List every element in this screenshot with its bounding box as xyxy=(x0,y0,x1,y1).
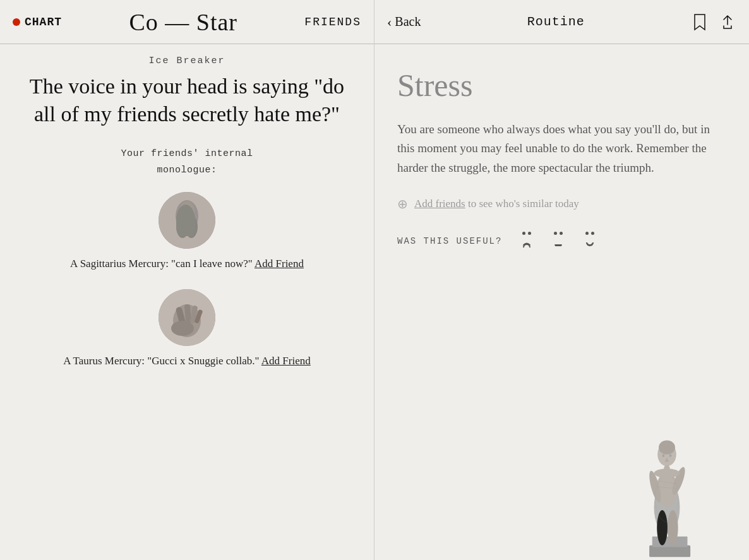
svg-point-30 xyxy=(669,454,672,457)
neutral-dots xyxy=(554,232,563,235)
internal-monologue: Your friends' internal monologue: xyxy=(121,146,253,178)
happy-face-icon xyxy=(580,236,599,250)
svg-rect-28 xyxy=(664,465,669,475)
header-icons xyxy=(691,13,736,31)
reaction-neutral-button[interactable] xyxy=(549,232,568,250)
stress-body: You are someone who always does what you… xyxy=(397,120,726,177)
dot xyxy=(591,232,594,235)
chart-nav[interactable]: CHART xyxy=(13,16,62,28)
was-useful-label: WAS THIS USEFUL? xyxy=(397,236,502,246)
ice-breaker-label: Ice Breaker xyxy=(148,56,225,66)
svg-point-3 xyxy=(185,215,198,238)
add-friend-1-button[interactable]: Add Friend xyxy=(255,258,304,270)
back-label: Back xyxy=(395,15,421,29)
reaction-buttons xyxy=(517,232,599,250)
dot xyxy=(554,232,557,235)
reaction-sad-button[interactable] xyxy=(517,232,536,250)
right-content: Stress You are someone who always does w… xyxy=(374,44,749,560)
left-header: CHART Co — Star FRIENDS xyxy=(0,0,374,44)
app-title: Co — Star xyxy=(129,8,237,36)
svg-point-18 xyxy=(659,441,675,455)
add-friends-suffix: to see who's similar today xyxy=(468,198,579,210)
sad-face-icon xyxy=(517,236,536,250)
add-friends-text: Add friends to see who's similar today xyxy=(414,198,579,210)
back-button[interactable]: ‹ Back xyxy=(387,14,421,30)
red-dot-icon xyxy=(13,18,20,26)
svg-point-29 xyxy=(662,454,665,457)
stress-title: Stress xyxy=(397,67,726,104)
dot xyxy=(522,232,525,235)
dot xyxy=(528,232,531,235)
svg-point-1 xyxy=(176,200,198,232)
dot xyxy=(560,232,563,235)
friend-avatar-1 xyxy=(159,192,215,249)
bookmark-button[interactable] xyxy=(691,13,709,31)
add-friends-row: ⊕ Add friends to see who's similar today xyxy=(397,196,726,211)
friend-1-caption: A Sagittarius Mercury: "can I leave now?… xyxy=(32,256,342,271)
dot xyxy=(585,232,589,235)
friend-avatar-2 xyxy=(159,289,215,346)
share-button[interactable] xyxy=(719,13,736,31)
svg-point-22 xyxy=(668,510,678,545)
right-header: ‹ Back Routine xyxy=(374,0,749,44)
main-quote: The voice in your head is saying "do all… xyxy=(0,73,374,128)
svg-point-2 xyxy=(176,215,189,238)
svg-point-11 xyxy=(171,321,194,336)
neutral-face-icon xyxy=(549,236,568,250)
link-circles-icon: ⊕ xyxy=(397,196,408,211)
reaction-happy-button[interactable] xyxy=(580,232,599,250)
routine-label: Routine xyxy=(527,15,585,29)
sad-dots xyxy=(522,232,531,235)
friend-card-2: A Taurus Mercury: "Gucci x Snuggie colla… xyxy=(25,289,349,369)
happy-dots xyxy=(585,232,594,235)
left-panel: CHART Co — Star FRIENDS Ice Breaker The … xyxy=(0,0,374,560)
chevron-left-icon: ‹ xyxy=(387,14,392,30)
statue-illustration xyxy=(604,396,730,560)
add-friend-2-button[interactable]: Add Friend xyxy=(261,355,311,367)
friend-card-1: A Sagittarius Mercury: "can I leave now?… xyxy=(32,192,342,271)
friends-nav[interactable]: FRIENDS xyxy=(304,16,361,28)
svg-point-4 xyxy=(179,201,195,220)
friend-2-caption: A Taurus Mercury: "Gucci x Snuggie colla… xyxy=(25,354,349,369)
right-panel: ‹ Back Routine Stress You are someone wh… xyxy=(374,0,749,560)
chart-label-text: CHART xyxy=(25,16,62,28)
add-friends-link[interactable]: Add friends xyxy=(414,198,465,210)
useful-row: WAS THIS USEFUL? xyxy=(397,232,726,250)
svg-point-21 xyxy=(657,510,668,545)
